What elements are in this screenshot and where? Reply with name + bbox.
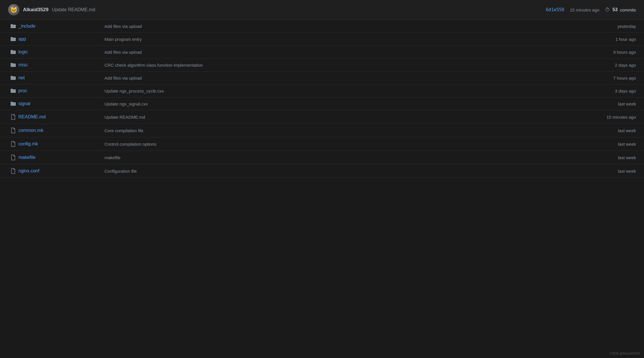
file-commit-message: Update README.md — [99, 115, 584, 120]
watermark: CSDN @Alkaid#3529 — [610, 352, 640, 355]
file-icon — [8, 114, 18, 120]
file-time: last week — [584, 169, 636, 174]
avatar: 🐱 — [8, 4, 20, 16]
file-time: yesterday — [584, 24, 636, 29]
file-commit-message: Update ngx_signal.cxx — [99, 101, 584, 106]
avatar-inner: 🐱 — [8, 4, 20, 16]
folder-icon — [8, 88, 18, 93]
clock-icon: ⏱ — [605, 7, 610, 13]
file-name[interactable]: net — [18, 75, 99, 80]
commits-number: 53 — [612, 7, 618, 12]
file-name[interactable]: proc — [18, 88, 99, 93]
commits-count[interactable]: ⏱ 53 commits — [605, 7, 636, 13]
commit-time: 15 minutes ago — [570, 7, 600, 12]
file-name[interactable]: signal — [18, 101, 99, 106]
file-time: last week — [584, 155, 636, 160]
file-time: last week — [584, 101, 636, 106]
file-time: 3 days ago — [584, 88, 636, 93]
file-name[interactable]: common.mk — [18, 128, 99, 133]
file-row[interactable]: README.mdUpdate README.md15 minutes ago — [0, 110, 644, 124]
folder-icon — [8, 24, 18, 29]
file-time: last week — [584, 142, 636, 147]
folder-icon — [8, 101, 18, 106]
file-time: 1 hour ago — [584, 37, 636, 42]
commit-hash[interactable]: 6d1e559 — [546, 7, 564, 12]
file-commit-message: Update ngx_process_cycle.cxx — [99, 88, 584, 93]
file-icon — [8, 128, 18, 133]
file-name[interactable]: logic — [18, 49, 99, 55]
header: 🐱 Alkaid3529 Update README.md 6d1e559 15… — [0, 0, 644, 20]
file-icon — [8, 141, 18, 147]
file-commit-message: Core compilation file — [99, 128, 584, 133]
folder-icon — [8, 75, 18, 80]
file-commit-message: Add files via upload — [99, 50, 584, 55]
file-name[interactable]: README.md — [18, 114, 99, 120]
file-time: 15 minutes ago — [584, 115, 636, 120]
file-time: 9 hours ago — [584, 50, 636, 55]
file-row[interactable]: _includeAdd files via uploadyesterday — [0, 20, 644, 33]
file-row[interactable]: common.mkCore compilation filelast week — [0, 124, 644, 137]
username[interactable]: Alkaid3529 — [23, 7, 49, 13]
file-commit-message: CRC check algorithm class function imple… — [99, 63, 584, 68]
file-name[interactable]: app — [18, 36, 99, 42]
folder-icon — [8, 62, 18, 68]
file-commit-message: makefile — [99, 155, 584, 160]
file-name[interactable]: makefile — [18, 155, 99, 160]
folder-icon — [8, 36, 18, 42]
file-time: 2 days ago — [584, 63, 636, 68]
file-row[interactable]: netAdd files via upload7 hours ago — [0, 72, 644, 84]
file-row[interactable]: logicAdd files via upload9 hours ago — [0, 46, 644, 59]
file-time: last week — [584, 128, 636, 133]
commits-label: commits — [620, 7, 636, 12]
file-row[interactable]: procUpdate ngx_process_cycle.cxx3 days a… — [0, 84, 644, 97]
file-commit-message: Control compilation options — [99, 142, 584, 147]
file-name[interactable]: _include — [18, 24, 99, 29]
file-icon — [8, 168, 18, 174]
file-time: 7 hours ago — [584, 76, 636, 80]
commit-message: Update README.md — [52, 7, 95, 12]
file-row[interactable]: config.mkControl compilation optionslast… — [0, 137, 644, 151]
file-icon — [8, 155, 18, 160]
file-name[interactable]: config.mk — [18, 141, 99, 147]
file-list: _includeAdd files via uploadyesterday ap… — [0, 20, 644, 178]
file-commit-message: Add files via upload — [99, 24, 584, 29]
file-commit-message: Configuration file — [99, 169, 584, 174]
file-row[interactable]: appMain program entry1 hour ago — [0, 33, 644, 46]
file-commit-message: Main program entry — [99, 37, 584, 42]
file-row[interactable]: nginx.confConfiguration filelast week — [0, 164, 644, 178]
file-name[interactable]: nginx.conf — [18, 168, 99, 174]
file-row[interactable]: miscCRC check algorithm class function i… — [0, 59, 644, 72]
folder-icon — [8, 49, 18, 55]
file-row[interactable]: signalUpdate ngx_signal.cxxlast week — [0, 97, 644, 110]
file-row[interactable]: makefilemakefilelast week — [0, 151, 644, 164]
file-commit-message: Add files via upload — [99, 76, 584, 80]
header-right: 6d1e559 15 minutes ago ⏱ 53 commits — [546, 7, 636, 13]
header-left: 🐱 Alkaid3529 Update README.md — [8, 4, 95, 16]
file-name[interactable]: misc — [18, 62, 99, 68]
